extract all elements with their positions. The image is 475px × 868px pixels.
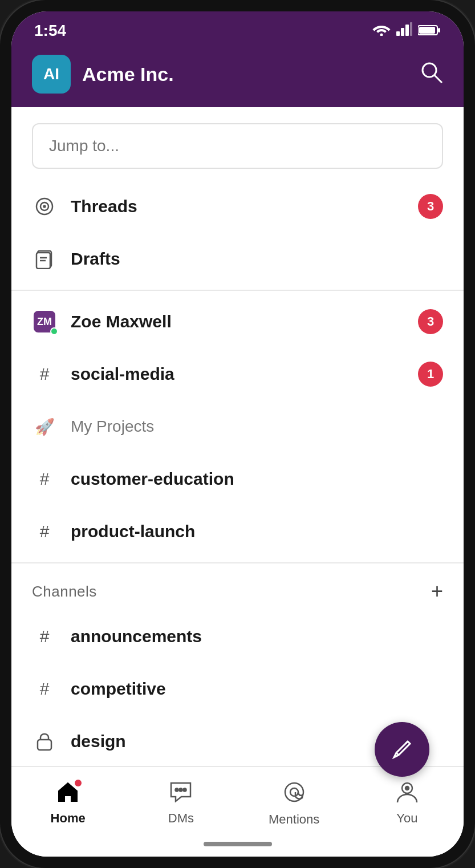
compose-fab[interactable] [375, 722, 429, 777]
svg-line-18 [405, 741, 408, 744]
threads-badge: 3 [418, 194, 443, 219]
announcements-channel[interactable]: # announcements [11, 610, 464, 663]
customer-education-label: customer-education [71, 469, 443, 489]
svg-point-12 [44, 206, 46, 208]
you-label: You [396, 811, 417, 826]
svg-point-0 [380, 34, 383, 36]
workspace-icon[interactable]: AI [32, 55, 71, 94]
svg-rect-6 [419, 27, 435, 34]
lock-icon-design [32, 729, 57, 754]
hash-icon-ce: # [32, 467, 57, 492]
channels-section-header: Channels + [11, 568, 464, 610]
hash-icon-competitive: # [32, 676, 57, 701]
svg-line-9 [435, 75, 442, 83]
app-header: AI Acme Inc. [11, 46, 464, 107]
jump-to-section [11, 107, 464, 180]
status-bar: 1:54 [11, 11, 464, 46]
home-notification-dot [75, 780, 82, 786]
svg-point-24 [290, 788, 298, 796]
divider-1 [11, 290, 464, 291]
threads-label: Threads [71, 197, 418, 216]
threads-icon [32, 194, 57, 219]
product-launch-label: product-launch [71, 522, 443, 541]
status-icons [372, 22, 441, 40]
my-projects-section: 🚀 My Projects [11, 400, 464, 453]
content-area: Threads 3 Drafts ZM [11, 107, 464, 766]
workspace-name: Acme Inc. [82, 63, 174, 86]
social-media-label: social-media [71, 364, 418, 384]
hash-icon-pl: # [32, 519, 57, 544]
divider-2 [11, 562, 464, 563]
svg-point-26 [405, 786, 409, 790]
status-time: 1:54 [34, 22, 66, 40]
home-label: Home [51, 811, 86, 826]
signal-icon [396, 22, 412, 40]
wifi-icon [372, 22, 391, 40]
nav-mentions[interactable]: Mentions [238, 776, 351, 832]
hash-icon-social: # [32, 362, 57, 387]
svg-rect-3 [405, 25, 409, 36]
hash-icon-announcements: # [32, 624, 57, 649]
competitive-label: competitive [71, 679, 443, 699]
header-left: AI Acme Inc. [32, 55, 174, 94]
dm-zoe-maxwell[interactable]: ZM Zoe Maxwell 3 [11, 295, 464, 348]
svg-line-19 [396, 753, 399, 755]
nav-home[interactable]: Home [11, 776, 124, 832]
customer-education-channel[interactable]: # customer-education [11, 453, 464, 505]
svg-rect-17 [38, 740, 51, 750]
battery-icon [418, 22, 441, 40]
zoe-avatar-container: ZM [32, 309, 57, 334]
you-icon [395, 781, 419, 808]
svg-point-21 [180, 789, 182, 792]
phone-screen: 1:54 [11, 11, 464, 857]
drafts-label: Drafts [71, 249, 443, 269]
product-launch-channel[interactable]: # product-launch [11, 505, 464, 558]
nav-you[interactable]: You [351, 776, 464, 832]
dms-icon [169, 781, 193, 808]
home-indicator-bar [204, 842, 272, 846]
svg-rect-1 [396, 31, 400, 36]
add-channel-button[interactable]: + [431, 579, 443, 603]
social-media-badge: 1 [418, 362, 443, 387]
home-indicator-area [11, 836, 464, 857]
nav-dms[interactable]: DMs [124, 776, 237, 832]
compose-icon [389, 737, 415, 762]
mentions-label: Mentions [269, 812, 319, 827]
my-projects-label: My Projects [71, 417, 154, 436]
phone-frame: 1:54 [0, 0, 475, 868]
search-icon[interactable] [419, 60, 443, 89]
dms-label: DMs [168, 811, 194, 826]
drafts-icon [32, 246, 57, 271]
svg-rect-7 [438, 28, 440, 33]
svg-rect-2 [401, 28, 404, 36]
mentions-icon [283, 781, 306, 809]
jump-to-input[interactable] [32, 123, 443, 169]
svg-point-20 [176, 789, 178, 792]
rocket-icon: 🚀 [32, 414, 57, 439]
drafts-nav-item[interactable]: Drafts [11, 233, 464, 285]
zoe-name: Zoe Maxwell [71, 312, 418, 331]
svg-point-8 [423, 63, 436, 77]
home-icon [56, 781, 79, 808]
svg-point-22 [184, 789, 186, 792]
zoe-badge: 3 [418, 309, 443, 334]
svg-rect-4 [410, 22, 412, 36]
competitive-channel[interactable]: # competitive [11, 663, 464, 715]
announcements-label: announcements [71, 627, 443, 646]
zoe-status-dot [50, 327, 58, 335]
channels-section-title: Channels [32, 583, 97, 601]
bottom-nav: Home DMs [11, 766, 464, 836]
social-media-channel[interactable]: # social-media 1 [11, 348, 464, 400]
threads-nav-item[interactable]: Threads 3 [11, 180, 464, 233]
